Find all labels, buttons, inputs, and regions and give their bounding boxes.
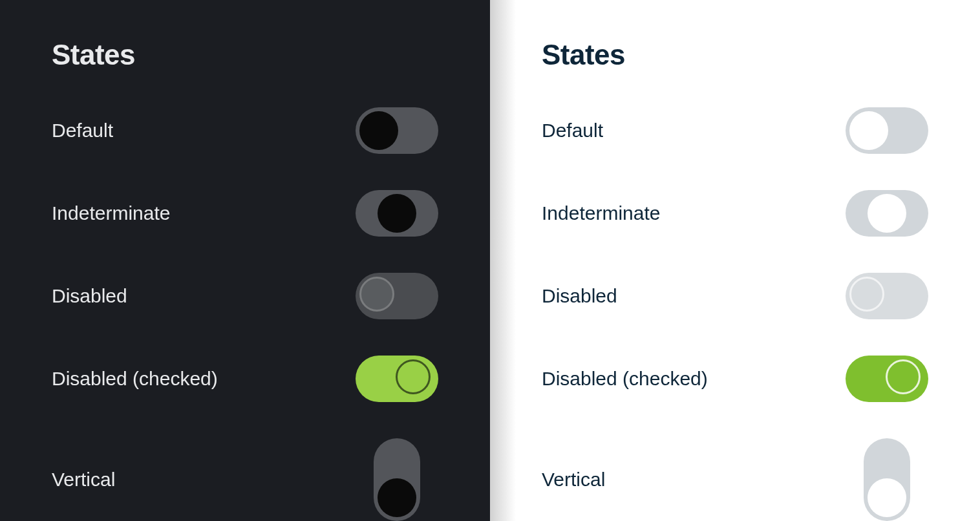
toggle-disabled — [356, 273, 438, 319]
toggle-default[interactable] — [356, 107, 438, 154]
row-vertical: Vertical — [542, 438, 928, 521]
label-disabled: Disabled — [52, 285, 127, 307]
label-default: Default — [52, 120, 113, 142]
toggle-thumb — [396, 359, 431, 394]
label-default: Default — [542, 120, 603, 142]
row-disabled: Disabled — [542, 273, 928, 319]
toggle-default[interactable] — [846, 107, 928, 154]
toggle-thumb — [886, 359, 921, 394]
toggle-thumb — [359, 111, 398, 150]
row-vertical: Vertical — [52, 438, 438, 521]
row-disabled-checked: Disabled (checked) — [542, 356, 928, 402]
dark-theme-panel: States Default Indeterminate Disabled Di… — [0, 0, 490, 521]
label-disabled-checked: Disabled (checked) — [542, 368, 708, 390]
toggle-thumb — [849, 277, 884, 312]
label-indeterminate: Indeterminate — [542, 202, 660, 224]
toggle-thumb — [359, 277, 394, 312]
row-disabled: Disabled — [52, 273, 438, 319]
toggle-thumb — [378, 478, 416, 517]
row-default: Default — [52, 107, 438, 154]
toggle-disabled-checked — [846, 356, 928, 402]
label-disabled-checked: Disabled (checked) — [52, 368, 218, 390]
label-disabled: Disabled — [542, 285, 617, 307]
label-vertical: Vertical — [52, 469, 115, 491]
toggle-thumb — [868, 478, 906, 517]
heading: States — [52, 39, 438, 71]
vertical-toggle-wrap — [846, 438, 928, 521]
row-default: Default — [542, 107, 928, 154]
toggle-vertical[interactable] — [864, 438, 910, 521]
toggle-thumb — [378, 194, 416, 233]
vertical-toggle-wrap — [356, 438, 438, 521]
label-indeterminate: Indeterminate — [52, 202, 170, 224]
toggle-vertical[interactable] — [374, 438, 420, 521]
toggle-indeterminate[interactable] — [846, 190, 928, 237]
label-vertical: Vertical — [542, 469, 605, 491]
toggle-disabled — [846, 273, 928, 319]
toggle-thumb — [849, 111, 888, 150]
toggle-thumb — [868, 194, 906, 233]
heading: States — [542, 39, 928, 71]
row-indeterminate: Indeterminate — [542, 190, 928, 237]
light-theme-panel: States Default Indeterminate Disabled Di… — [490, 0, 980, 521]
row-disabled-checked: Disabled (checked) — [52, 356, 438, 402]
toggle-indeterminate[interactable] — [356, 190, 438, 237]
toggle-disabled-checked — [356, 356, 438, 402]
row-indeterminate: Indeterminate — [52, 190, 438, 237]
